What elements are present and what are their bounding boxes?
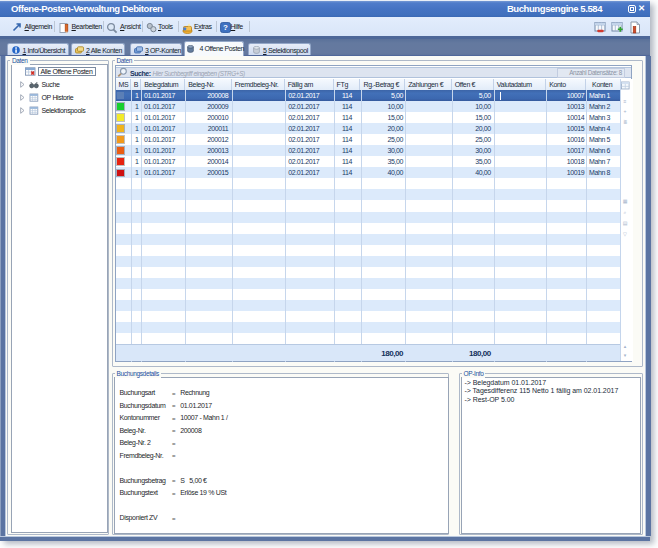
svg-text:?: ? bbox=[223, 23, 228, 32]
